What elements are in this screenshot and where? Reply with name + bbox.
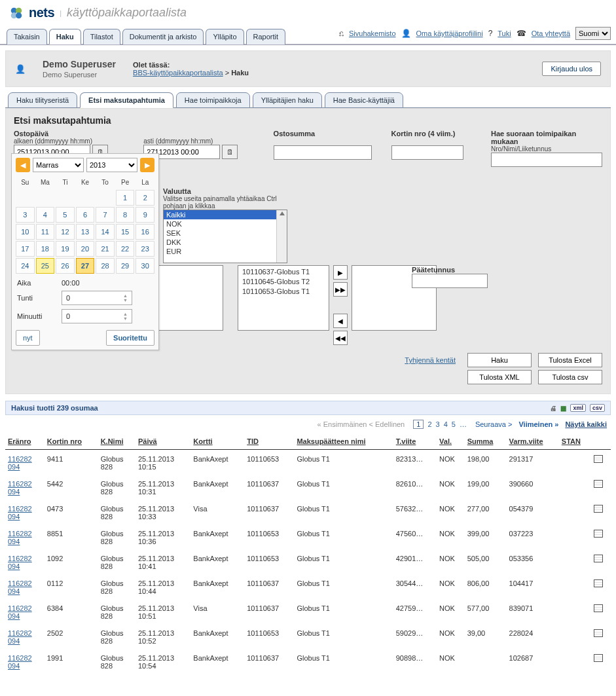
dp-day[interactable]: 3 xyxy=(16,207,35,223)
col-header[interactable]: STAN xyxy=(562,437,581,445)
col-header[interactable]: Päivä xyxy=(138,437,157,445)
dp-day[interactable]: 4 xyxy=(36,207,55,223)
details-icon[interactable] xyxy=(594,629,603,637)
currency-option[interactable]: NOK xyxy=(164,219,287,229)
batch-link[interactable]: 116282 xyxy=(8,654,32,662)
datepicker-year-select[interactable]: 2013 xyxy=(86,158,137,172)
page-4[interactable]: 4 xyxy=(444,420,448,428)
dp-day[interactable]: 19 xyxy=(56,241,75,257)
dp-day[interactable]: 15 xyxy=(116,224,135,240)
excel-icon[interactable]: ▦ xyxy=(560,405,566,412)
batch-link[interactable]: 116282 xyxy=(8,455,32,463)
batch-link[interactable]: 116282 xyxy=(8,530,32,538)
col-header[interactable]: K.Nimi xyxy=(101,437,124,445)
batch-link[interactable]: 094 xyxy=(8,662,20,670)
help-link[interactable]: Tuki xyxy=(498,29,511,37)
details-icon[interactable] xyxy=(594,604,603,612)
main-tab-raportit[interactable]: Raportit xyxy=(246,29,286,45)
print-xml-button[interactable]: Tulosta XML xyxy=(467,370,532,384)
subtab-4[interactable]: Hae Basic-käyttäjiä xyxy=(325,92,403,108)
batch-link[interactable]: 116282 xyxy=(8,604,32,612)
datepicker-next-button[interactable]: ▶ xyxy=(140,158,154,172)
subtab-2[interactable]: Hae toimipaikkoja xyxy=(176,92,250,108)
batch-link[interactable]: 116282 xyxy=(8,629,32,637)
col-header[interactable]: TID xyxy=(247,437,259,445)
dp-day[interactable]: 30 xyxy=(136,258,154,274)
batch-link[interactable]: 094 xyxy=(8,488,20,496)
batch-link[interactable]: 094 xyxy=(8,463,20,471)
details-icon[interactable] xyxy=(594,654,603,662)
list-item[interactable]: 10110645-Globus T2 xyxy=(242,277,325,287)
main-tab-ylläpito[interactable]: Ylläpito xyxy=(206,29,244,45)
subtab-3[interactable]: Ylläpitäjien haku xyxy=(253,92,322,108)
col-header[interactable]: Val. xyxy=(439,437,452,445)
dp-day[interactable]: 29 xyxy=(116,258,135,274)
batch-link[interactable]: 094 xyxy=(8,538,20,545)
dp-day[interactable]: 1 xyxy=(116,190,135,206)
main-tab-tilastot[interactable]: Tilastot xyxy=(83,29,120,45)
dp-done-button[interactable]: Suoritettu xyxy=(106,330,154,346)
dp-day[interactable]: 12 xyxy=(56,224,75,240)
currency-option[interactable]: Kaikki xyxy=(164,210,287,219)
batch-link[interactable]: 094 xyxy=(8,587,20,595)
xml-badge[interactable]: xml xyxy=(570,404,586,412)
clear-fields-link[interactable]: Tyhjennä kentät xyxy=(405,356,456,364)
term-move-all-left-icon[interactable]: ◀◀ xyxy=(333,331,348,345)
dp-day[interactable]: 8 xyxy=(116,207,135,223)
term-move-left-icon[interactable]: ◀ xyxy=(333,314,348,328)
dp-day[interactable]: 27 xyxy=(76,258,95,274)
currency-option[interactable]: EUR xyxy=(164,247,287,256)
datepicker-month-select[interactable]: Marras xyxy=(33,158,84,172)
dp-day[interactable]: 11 xyxy=(36,224,55,240)
pager-last[interactable]: Viimeinen » xyxy=(518,420,558,428)
dp-day[interactable]: 22 xyxy=(116,241,135,257)
dp-day[interactable]: 7 xyxy=(96,207,115,223)
term-move-all-right-icon[interactable]: ▶▶ xyxy=(333,282,348,297)
details-icon[interactable] xyxy=(594,530,603,538)
contact-link[interactable]: Ota yhteyttä xyxy=(532,29,570,37)
page-3[interactable]: 3 xyxy=(436,420,440,428)
dp-hour-spinner[interactable]: 0▲▼ xyxy=(62,291,132,305)
search-button[interactable]: Haku xyxy=(467,353,532,367)
batch-link[interactable]: 094 xyxy=(8,562,20,570)
batch-link[interactable]: 116282 xyxy=(8,505,32,513)
details-icon[interactable] xyxy=(594,505,603,513)
dp-day[interactable]: 13 xyxy=(76,224,95,240)
datepicker-prev-button[interactable]: ◀ xyxy=(16,158,30,172)
dp-day[interactable]: 17 xyxy=(16,241,35,257)
col-header[interactable]: Kortti xyxy=(193,437,212,445)
profile-link[interactable]: Oma käyttäjäprofiilini xyxy=(416,29,483,37)
subtab-0[interactable]: Haku tilityseristä xyxy=(8,92,77,108)
dp-day[interactable]: 21 xyxy=(96,241,115,257)
page-2[interactable]: 2 xyxy=(427,420,431,428)
language-select[interactable]: Suomi xyxy=(575,27,611,40)
currency-select[interactable]: KaikkiNOKSEKDKKEUR xyxy=(163,210,287,263)
details-icon[interactable] xyxy=(594,579,603,587)
main-tab-takaisin[interactable]: Takaisin xyxy=(7,29,47,45)
currency-option[interactable]: DKK xyxy=(164,238,287,247)
batch-link[interactable]: 094 xyxy=(8,637,20,645)
currency-option[interactable]: SEK xyxy=(164,229,287,238)
batch-link[interactable]: 116282 xyxy=(8,579,32,587)
col-header[interactable]: Eränro xyxy=(8,437,31,445)
print-excel-button[interactable]: Tulosta Excel xyxy=(538,353,602,367)
list-item[interactable]: 10110653-Globus T1 xyxy=(242,287,325,297)
dp-day[interactable]: 18 xyxy=(36,241,55,257)
dp-day[interactable]: 25 xyxy=(36,258,55,274)
shop-input[interactable] xyxy=(491,153,602,167)
dp-day[interactable]: 6 xyxy=(76,207,95,223)
dp-min-spinner[interactable]: 0▲▼ xyxy=(62,309,132,323)
batch-link[interactable]: 094 xyxy=(8,513,20,521)
details-icon[interactable] xyxy=(594,555,603,562)
col-header[interactable]: T.viite xyxy=(396,437,416,445)
batch-link[interactable]: 116282 xyxy=(8,555,32,562)
main-tab-dokumentit-ja-arkisto[interactable]: Dokumentit ja arkisto xyxy=(122,29,204,45)
card-input[interactable] xyxy=(391,145,463,160)
page-…[interactable]: … xyxy=(460,420,467,428)
dp-day[interactable]: 5 xyxy=(56,207,75,223)
col-header[interactable]: Kortin nro xyxy=(47,437,82,445)
pager-show-all[interactable]: Näytä kaikki xyxy=(565,420,607,428)
print-csv-button[interactable]: Tulosta csv xyxy=(538,370,602,384)
dp-day[interactable]: 16 xyxy=(136,224,154,240)
page-5[interactable]: 5 xyxy=(452,420,456,428)
